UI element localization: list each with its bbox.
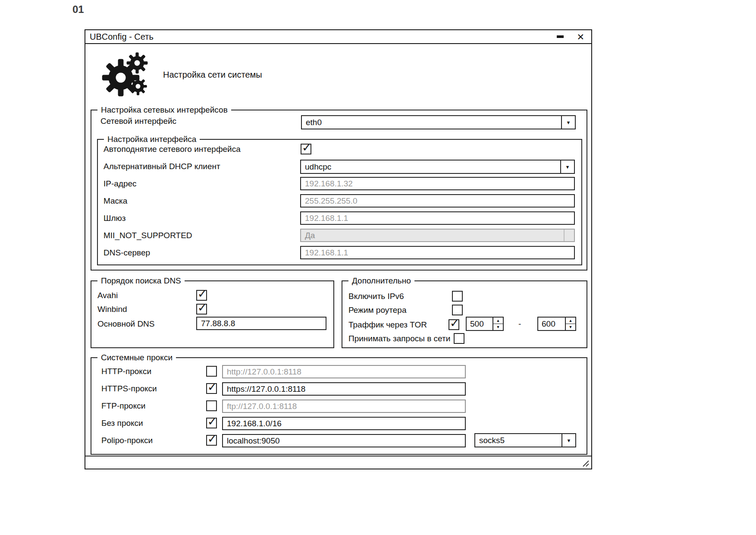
tor-port-to-spinner[interactable]: 600 ▲ ▼ [537,317,576,331]
network-interfaces-group: Настройка сетевых интерфейсов Сетевой ин… [91,110,587,271]
mask-label: Маска [104,196,127,206]
gears-icon [101,52,157,102]
mii-label: MII_NOT_SUPPORTED [104,231,192,240]
primary-dns-label: Основной DNS [97,319,155,329]
auto-up-label: Автоподнятие сетевого интерфейса [104,145,241,154]
chevron-down-icon[interactable]: ▼ [561,116,575,129]
mask-input[interactable] [300,194,575,208]
winbind-checkbox[interactable]: ✓ [196,304,207,315]
arrow-up-icon[interactable]: ▲ [566,318,575,324]
https-proxy-checkbox[interactable]: ✓ [206,383,217,394]
ftp-proxy-input[interactable] [222,400,466,413]
arrow-down-icon[interactable]: ▼ [566,324,575,330]
http-proxy-label: HTTP-прокси [101,367,151,376]
close-icon[interactable]: ✕ [577,32,584,41]
gateway-input[interactable] [300,211,575,225]
additional-legend: Дополнительно [348,276,414,286]
gateway-label: Шлюз [104,214,125,223]
polipo-type-select[interactable]: socks5 ▼ [474,433,576,447]
spinner-buttons[interactable]: ▲ ▼ [565,318,575,330]
window-controls: ✕ [557,32,584,41]
system-proxies-group: Системные прокси HTTP-прокси HTTPS-прокс… [91,357,587,455]
router-mode-label: Режим роутера [348,305,406,315]
dns-order-legend: Порядок поиска DNS [97,276,185,286]
minimize-icon[interactable] [557,35,564,38]
dhcp-client-value: udhcpc [301,160,560,173]
tor-traffic-checkbox[interactable]: ✓ [449,319,459,330]
no-proxy-label: Без прокси [101,419,143,428]
dhcp-client-select[interactable]: udhcpc ▼ [300,160,575,174]
avahi-label: Avahi [97,291,118,300]
ftp-proxy-checkbox[interactable] [206,400,217,411]
tor-port-to-value: 600 [538,318,565,330]
interface-label: Сетевой интерфейс [100,116,176,126]
resize-grip-icon[interactable] [582,459,589,467]
status-bar [85,456,591,469]
page-number-label: 01 [72,3,84,16]
ip-input[interactable] [300,177,575,190]
no-proxy-checkbox[interactable]: ✓ [206,418,217,428]
arrow-down-icon[interactable]: ▼ [493,324,503,330]
spinner-buttons[interactable]: ▲ ▼ [492,318,503,330]
dns-order-group: Порядок поиска DNS Avahi ✓ Winbind ✓ Осн… [91,280,334,348]
interface-settings-group: Настройка интерфейса Автоподнятие сетево… [97,139,582,265]
tor-port-from-spinner[interactable]: 500 ▲ ▼ [466,317,504,331]
http-proxy-input[interactable] [222,365,466,378]
check-icon: ✓ [302,142,311,153]
dns-server-input[interactable] [300,246,575,259]
ipv6-checkbox[interactable] [452,291,463,302]
ipv6-label: Включить IPv6 [348,292,404,301]
check-icon: ✓ [198,302,207,313]
check-icon: ✓ [207,433,217,444]
port-range-separator: - [518,319,521,329]
title-bar[interactable]: UBConfig - Сеть ✕ [85,30,591,44]
header-title: Настройка сети системы [163,70,262,80]
check-icon: ✓ [450,318,459,329]
polipo-type-value: socks5 [475,434,562,447]
mii-divider [564,230,565,241]
https-proxy-label: HTTPS-прокси [101,384,157,393]
polipo-proxy-checkbox[interactable]: ✓ [206,435,217,446]
check-icon: ✓ [198,288,207,299]
http-proxy-checkbox[interactable] [206,366,217,377]
accept-requests-checkbox[interactable] [454,333,464,344]
check-icon: ✓ [207,416,217,427]
interface-settings-legend: Настройка интерфейса [104,135,200,144]
no-proxy-input[interactable] [222,417,466,430]
interface-value: eth0 [302,116,561,129]
dns-server-label: DNS-сервер [104,248,150,258]
auto-up-checkbox[interactable]: ✓ [301,144,311,154]
chevron-down-icon[interactable]: ▼ [560,160,574,173]
network-interfaces-legend: Настройка сетевых интерфейсов [97,105,231,115]
polipo-proxy-label: Polipo-прокси [101,436,153,445]
ubconfig-window: UBConfig - Сеть ✕ Настройка сети системы… [85,29,592,469]
ip-label: IP-адрес [104,179,137,189]
chevron-down-icon[interactable]: ▼ [562,434,575,447]
tor-traffic-label: Траффик через TOR [348,320,427,330]
additional-group: Дополнительно Включить IPv6 Режим роутер… [342,280,587,348]
check-icon: ✓ [207,381,217,393]
mii-value: Да [305,231,315,240]
ftp-proxy-label: FTP-прокси [101,401,145,411]
tor-port-from-value: 500 [467,318,492,330]
polipo-proxy-input[interactable] [222,434,466,447]
winbind-label: Winbind [97,305,127,314]
router-mode-checkbox[interactable] [452,305,463,315]
mii-field: Да [300,229,575,242]
arrow-up-icon[interactable]: ▲ [493,318,503,324]
primary-dns-input[interactable] [196,317,326,330]
https-proxy-input[interactable] [222,382,466,396]
avahi-checkbox[interactable]: ✓ [196,290,207,301]
system-proxies-legend: Системные прокси [97,353,176,362]
accept-requests-label: Принимать запросы в сети [348,334,450,343]
window-title: UBConfig - Сеть [90,32,154,42]
dhcp-client-label: Альтернативный DHCP клиент [104,162,220,171]
page: 01 UBConfig - Сеть ✕ Настройка сети сист… [0,0,756,535]
interface-select[interactable]: eth0 ▼ [301,115,576,129]
